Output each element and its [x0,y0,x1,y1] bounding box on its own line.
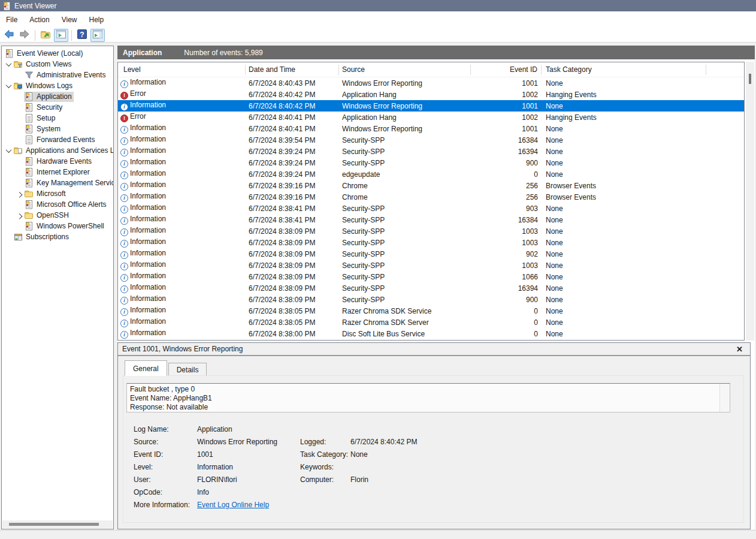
expander-down-icon[interactable] [4,81,13,91]
table-row[interactable]: iInformation6/7/2024 8:38:09 PMSecurity-… [118,225,744,237]
table-vertical-scrollbar[interactable] [746,62,754,341]
table-row[interactable]: iInformation6/7/2024 8:38:41 PMSecurity-… [118,203,744,214]
tree-item-content: Custom Views [13,59,73,70]
task-category-cell: None [542,216,706,224]
expander-right-icon[interactable] [14,189,24,198]
open-saved-log-button[interactable] [38,29,53,42]
tree-item-windows-logs[interactable]: Windows Logs [2,80,113,91]
table-row[interactable]: iInformation6/7/2024 8:38:09 PMSecurity-… [118,294,744,305]
folder-doc-icon [14,146,23,155]
source-cell: Windows Error Reporting [339,102,471,110]
tree-item-microsoft-office-alerts[interactable]: Microsoft Office Alerts [2,199,113,210]
table-row[interactable]: !Error6/7/2024 8:40:41 PMApplication Han… [118,112,744,123]
level-cell: iInformation [118,135,246,145]
column-header-source[interactable]: Source [339,65,471,75]
column-header-date-and-time[interactable]: Date and Time [246,65,339,75]
table-row[interactable]: iInformation6/7/2024 8:39:16 PMChrome256… [118,180,744,191]
column-header-task-category[interactable]: Task Category [542,65,706,75]
table-row[interactable]: iInformation6/7/2024 8:38:00 PMDisc Soft… [118,328,744,339]
expander-right-icon[interactable] [14,210,24,220]
table-row[interactable]: iInformation6/7/2024 8:38:09 PMSecurity-… [118,237,744,248]
tree-item-applications-and-services-lo[interactable]: Applications and Services Lo [2,145,113,156]
menu-help[interactable]: Help [83,13,110,27]
tree-item-forwarded-events[interactable]: Forwarded Events [2,134,113,145]
tree-horizontal-scrollbar[interactable] [2,520,113,528]
information-icon: i [120,251,128,259]
level-cell: iInformation [118,306,246,316]
tree-item-windows-powershell[interactable]: Windows PowerShell [2,221,113,231]
level-cell: iInformation [118,146,246,156]
information-icon: i [120,183,128,191]
table-row[interactable]: iInformation6/7/2024 8:40:42 PMWindows E… [118,100,744,112]
tab-details[interactable]: Details [168,363,207,376]
table-row[interactable]: iInformation6/7/2024 8:39:54 PMSecurity-… [118,134,744,146]
help-button[interactable]: ? [75,29,89,42]
tree: Event Viewer (Local) Custom ViewsAdminis… [2,46,113,242]
column-header-level[interactable]: Level [118,65,246,75]
table-row[interactable]: iInformation6/7/2024 8:38:09 PMSecurity-… [118,248,744,260]
datetime-cell: 6/7/2024 8:38:41 PM [246,216,339,224]
tree-item-custom-views[interactable]: Custom Views [2,59,113,70]
tree-item-setup[interactable]: Setup [2,113,113,124]
table-row[interactable]: iInformation6/7/2024 8:38:09 PMSecurity-… [118,282,744,294]
tree-item-subscriptions[interactable]: Subscriptions [2,231,113,242]
field-label: Level: [134,463,197,471]
task-category-cell: Hanging Events [542,91,706,99]
expander-down-icon[interactable] [4,146,13,155]
source-cell: Chrome [339,193,471,201]
datetime-cell: 6/7/2024 8:39:54 PM [246,136,339,144]
description-scrollbar[interactable] [719,384,730,412]
action-pane-button[interactable] [90,29,105,42]
tree-item-event-viewer-local[interactable]: Event Viewer (Local) [2,48,113,59]
tree-item-label: Microsoft Office Alerts [37,200,106,209]
tree-item-content: Microsoft Office Alerts [24,200,108,210]
information-icon: i [120,240,128,248]
level-label: Information [130,237,166,246]
tree-item-hardware-events[interactable]: Hardware Events [2,156,113,167]
level-label: Information [130,226,166,234]
table-row[interactable]: iInformation6/7/2024 8:38:09 PMSecurity-… [118,260,744,271]
tree-item-administrative-events[interactable]: Administrative Events [2,70,113,80]
level-cell: iInformation [118,192,246,202]
level-label: Information [130,215,166,223]
field-value: 1001 [197,450,300,459]
create-custom-view-button[interactable] [54,29,68,42]
tree-item-key-management-service[interactable]: Key Management Service [2,177,113,188]
expander-spacer [14,178,24,188]
column-header-event-id[interactable]: Event ID [471,65,542,75]
expander-spacer [14,200,24,209]
table-row[interactable]: iInformation6/7/2024 8:39:24 PMSecurity-… [118,157,744,168]
tab-general[interactable]: General [125,360,167,376]
expander-down-icon[interactable] [4,59,13,69]
menu-file[interactable]: File [0,13,23,27]
datetime-cell: 6/7/2024 8:40:41 PM [246,125,339,133]
scrollbar-thumb[interactable] [749,74,751,84]
close-icon[interactable]: ✕ [736,345,743,354]
tree-item-openssh[interactable]: OpenSSH [2,210,113,221]
table-row[interactable]: iInformation6/7/2024 8:38:09 PMSecurity-… [118,271,744,282]
table-row[interactable]: iInformation6/7/2024 8:40:41 PMWindows E… [118,123,744,134]
tree-item-label: Forwarded Events [37,135,95,144]
menu-view[interactable]: View [56,13,83,27]
table-row[interactable]: iInformation6/7/2024 8:38:05 PMRazer Chr… [118,317,744,328]
forward-button[interactable] [17,29,32,42]
table-row[interactable]: iInformation6/7/2024 8:39:24 PMSecurity-… [118,146,744,157]
table-row[interactable]: !Error6/7/2024 8:40:42 PMApplication Han… [118,89,744,100]
tree-item-internet-explorer[interactable]: Internet Explorer [2,167,113,177]
tree-item-security[interactable]: Security [2,102,113,113]
table-row[interactable]: iInformation6/7/2024 8:39:16 PMChrome256… [118,191,744,203]
tree-item-label: Windows Logs [26,82,72,90]
scrollbar-thumb[interactable] [9,523,99,526]
field-value: Application [197,425,300,433]
event-log-online-help-link[interactable]: Event Log Online Help [197,501,300,509]
tree-item-content: System [24,124,62,134]
tree-item-microsoft[interactable]: Microsoft [2,188,113,199]
table-row[interactable]: iInformation6/7/2024 8:38:05 PMRazer Chr… [118,305,744,317]
tree-item-application[interactable]: Application [2,91,113,102]
table-row[interactable]: iInformation6/7/2024 8:40:43 PMWindows E… [118,77,744,89]
table-row[interactable]: iInformation6/7/2024 8:38:41 PMSecurity-… [118,214,744,225]
back-button[interactable] [2,29,16,42]
tree-item-system[interactable]: System [2,124,113,134]
table-row[interactable]: iInformation6/7/2024 8:39:24 PMedgeupdat… [118,168,744,180]
menu-action[interactable]: Action [23,13,55,27]
